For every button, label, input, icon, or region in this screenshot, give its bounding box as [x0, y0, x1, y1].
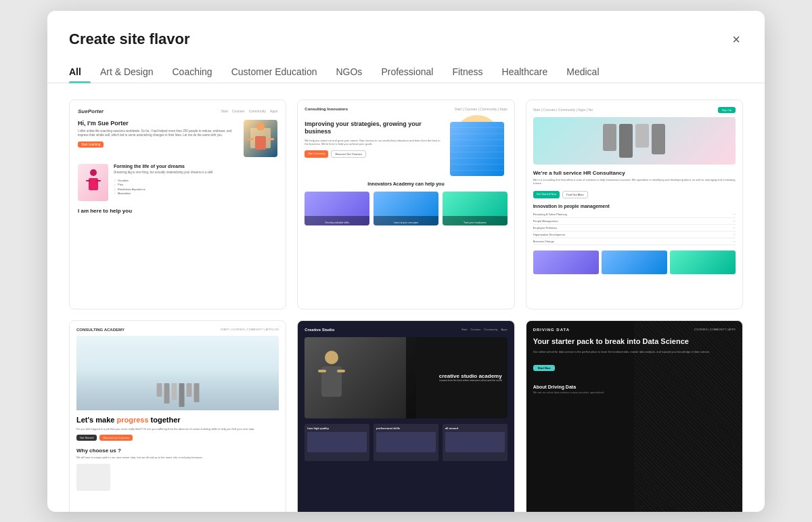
close-button[interactable]: × [729, 30, 743, 49]
svg-rect-7 [86, 180, 91, 181]
card-3-nav: Start | Courses | Community | Apps | No [533, 108, 593, 112]
card-5-mini-1: how high quality [304, 424, 369, 461]
card-1-feature-list: Visualize Plan Breakdown Aspirations Mat… [114, 179, 277, 196]
template-card-creative-studio[interactable]: Creative Studio StartCoursesCommunityApp… [297, 320, 514, 512]
card-2-nav: Start | Courses | Community | Apps [455, 107, 508, 111]
card-6-header: DRIVING DATA COURSES | COMMUNITY | APPS [533, 328, 736, 332]
tab-all[interactable]: All [69, 61, 91, 83]
template-card-driving-data[interactable]: DRIVING DATA COURSES | COMMUNITY | APPS … [526, 320, 743, 512]
svg-rect-8 [95, 180, 101, 181]
card-4-logo: CONSULTING ACADEMY [76, 328, 125, 332]
card-6-hero-title: Your starter pack to break into Data Sci… [533, 337, 736, 346]
svg-point-5 [90, 169, 97, 176]
template-card-consulting-academy[interactable]: CONSULTING ACADEMY START | COURSES | COM… [69, 320, 286, 512]
svg-rect-11 [318, 370, 326, 372]
tab-coaching[interactable]: Coaching [162, 61, 221, 83]
card-3-menu: Recruiting & Talent Planning→ People Man… [533, 211, 736, 245]
create-site-flavor-modal: Create site flavor × All Art & Design Co… [47, 11, 765, 512]
card-1-section3-title: I am here to help you [78, 208, 277, 214]
card-6-logo: DRIVING DATA [533, 328, 570, 332]
card-6-cta: Start Now [533, 365, 556, 371]
template-card-hr-consultancy[interactable]: Start | Courses | Community | Apps | No … [526, 100, 743, 309]
tab-fitness[interactable]: Fitness [443, 61, 492, 83]
card-5-mini-cards: how high quality professional skills all… [304, 424, 507, 461]
card-2-thumb-2: Learn at your own pace [374, 192, 438, 225]
card-1-section2-image [78, 164, 108, 201]
card-6-hero-desc: Our online school for data science is th… [533, 350, 736, 354]
svg-point-1 [256, 123, 265, 131]
tab-healthcare[interactable]: Healthcare [493, 61, 558, 83]
tab-medical[interactable]: Medical [557, 61, 608, 83]
template-card-innovators-academy[interactable]: Consulting Innovators Start | Courses | … [297, 100, 514, 309]
card-4-hero-image [76, 336, 279, 410]
card-2-subtitle: Innovators Academy can help you [304, 181, 507, 186]
tabs-bar: All Art & Design Coaching Customer Educa… [47, 49, 765, 83]
card-1-nav: StartCoursesCommunityApps [221, 109, 277, 113]
card-4-section2-desc: We all have a unique path to our next ca… [76, 456, 279, 460]
card-2-header: Consulting Innovators Start | Courses | … [304, 107, 507, 111]
svg-rect-3 [247, 138, 254, 140]
svg-rect-12 [337, 370, 345, 372]
card-5-hero-desc: courses from the best online instructors… [411, 379, 502, 382]
card-6-section2-desc: We are an online data science course pro… [533, 391, 736, 394]
card-4-nav: START | COURSES | COMMUNITY | APPS | NO [221, 328, 279, 331]
card-5-hero-title: creative studio academy [411, 373, 502, 380]
card-3-cta2: Find Out More [562, 191, 588, 198]
card-3-hero-desc: We're a consulting firm that offers a su… [533, 178, 736, 186]
tab-art-design[interactable]: Art & Design [91, 61, 163, 83]
card-3-cta1: Get Started Now [533, 191, 560, 198]
card-1-section2-title: Forming the life of your dreams [114, 164, 277, 169]
tab-customer-education[interactable]: Customer Education [222, 61, 327, 83]
card-3-signup-badge: Sign Up [718, 107, 736, 113]
card-2-hero-desc: We help you stand out and grow your care… [304, 139, 441, 146]
card-2-logo: Consulting Innovators [304, 107, 348, 111]
card-2-cta2: Discover Our Courses [331, 150, 365, 158]
card-4-hero-desc: Do you feel trapped in a job that you ne… [76, 427, 279, 431]
svg-rect-6 [89, 178, 98, 190]
card-2-thumb-3: Train your employees [443, 192, 508, 225]
card-6-section2-title: About Driving Data [533, 385, 736, 389]
card-2-thumb-1: Develop valuable skills [304, 192, 369, 225]
card-4-cta2: Discover our Courses [99, 435, 132, 441]
card-5-header: Creative Studio StartCoursesCommunityApp… [304, 328, 507, 332]
card-4-phone-mockup [76, 464, 110, 491]
card-3-header: Start | Courses | Community | Apps | No … [533, 107, 736, 113]
card-2-hero-title: Improving your strategies, growing your … [304, 121, 441, 136]
template-card-sue-porter[interactable]: SuePorter StartCoursesCommunityApps Hi, … [69, 100, 286, 309]
card-2-thumbs: Develop valuable skills Learn at your ow… [304, 192, 507, 225]
card-2-cta1: Start Learning [304, 150, 328, 158]
card-6-nav: COURSES | COMMUNITY | APPS [694, 328, 736, 331]
card-5-logo: Creative Studio [304, 328, 334, 332]
card-5-mini-3: all around [443, 424, 508, 461]
card-1-hero-image [244, 120, 277, 157]
card-1-logo: SuePorter [78, 108, 104, 114]
templates-grid: SuePorter StartCoursesCommunityApps Hi, … [69, 100, 743, 512]
card-3-thumbs [533, 251, 736, 274]
card-5-mini-2: professional skills [374, 424, 438, 461]
card-3-section2-title: Innovation in people management [533, 204, 736, 209]
card-1-hero-title: Hi, I'm Sue Porter [78, 120, 238, 127]
card-1-hero-desc: I offer online life coaching sessions wo… [78, 129, 238, 138]
svg-rect-2 [255, 136, 266, 150]
templates-grid-area: SuePorter StartCoursesCommunityApps Hi, … [47, 83, 765, 512]
card-4-section2-title: Why choose us ? [76, 448, 279, 454]
card-5-nav: StartCoursesCommunityApps [461, 328, 508, 331]
card-5-hero-image: creative studio academy courses from the… [304, 337, 507, 418]
card-1-cta: Start Learning [78, 142, 104, 148]
svg-point-9 [325, 351, 338, 364]
svg-rect-4 [267, 138, 274, 140]
tab-professional[interactable]: Professional [371, 61, 443, 83]
modal-header: Create site flavor × [47, 11, 765, 49]
card-4-cta1: Get Started [76, 435, 97, 441]
card-4-hero-title: Let's make progress together [76, 416, 279, 425]
tab-ngos[interactable]: NGOs [326, 61, 371, 83]
card-4-header: CONSULTING ACADEMY START | COURSES | COM… [76, 328, 279, 332]
card-3-hero-title: We're a full service HR Consultancy [533, 170, 736, 176]
modal-title: Create site flavor [69, 30, 190, 48]
card-3-hero-image [533, 117, 736, 165]
